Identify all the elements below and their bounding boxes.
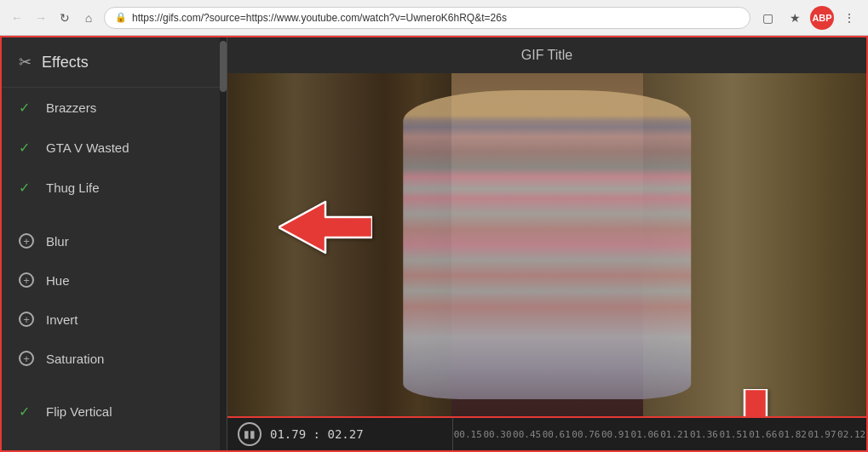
browser-chrome: ← → ↻ ⌂ 🔒 https://gifs.com/?source=https… xyxy=(0,0,868,36)
home-button[interactable]: ⌂ xyxy=(78,8,99,28)
plus-icon-hue: + xyxy=(19,272,34,288)
person-body xyxy=(403,90,691,399)
down-arrow-svg xyxy=(726,389,785,416)
flip-vertical-label: Flip Vertical xyxy=(46,404,112,419)
timeline-tick[interactable]: 01.51 xyxy=(719,429,749,440)
check-icon-gta: ✓ xyxy=(19,140,34,156)
check-icon-thug: ✓ xyxy=(19,180,34,196)
timeline-tick[interactable]: 01.97 xyxy=(808,429,837,440)
lock-icon: 🔒 xyxy=(115,12,127,23)
thug-life-label: Thug Life xyxy=(46,180,100,195)
section-divider-3 xyxy=(2,432,227,445)
timeline-ticks[interactable]: 00.1500.3000.4500.6100.7600.9101.0601.21… xyxy=(453,418,866,450)
timeline-tick[interactable]: 01.66 xyxy=(748,429,778,440)
scrollbar-thumb[interactable] xyxy=(220,41,227,92)
timeline-tick[interactable]: 01.06 xyxy=(630,429,660,440)
browser-actions: ▢ ★ ABP ⋮ xyxy=(756,6,861,30)
main-content: ✂ Effects ✓ Brazzers ✓ GTA V Wasted ✓ Th… xyxy=(0,36,868,452)
svg-marker-1 xyxy=(730,389,781,416)
timeline-tick[interactable]: 00.91 xyxy=(601,429,630,440)
sidebar-item-hue[interactable]: + Hue xyxy=(2,260,227,300)
time-separator: : xyxy=(313,427,328,441)
left-arrow-svg xyxy=(279,193,372,261)
scrollbar-track[interactable] xyxy=(220,37,227,450)
timeline-tick[interactable]: 01.21 xyxy=(659,429,689,440)
plus-circle-saturation: + xyxy=(19,351,34,366)
gif-title: GIF Title xyxy=(521,48,572,63)
gif-title-bar: GIF Title xyxy=(227,37,866,73)
blur-label: Blur xyxy=(46,234,69,249)
timeline-tick[interactable]: 00.61 xyxy=(542,429,572,440)
timeline-tick[interactable]: 01.82 xyxy=(778,429,808,440)
current-time: 01.79 : 02.27 xyxy=(270,427,364,441)
adblock-button[interactable]: ABP xyxy=(810,6,834,30)
cast-button[interactable]: ▢ xyxy=(756,6,779,30)
sidebar-item-gta-v-wasted[interactable]: ✓ GTA V Wasted xyxy=(2,128,227,168)
plus-icon-invert: + xyxy=(19,312,34,327)
timeline-tick[interactable]: 00.30 xyxy=(483,429,513,440)
effects-title: Effects xyxy=(42,54,89,72)
time-total: 02.27 xyxy=(327,427,363,441)
person-silhouette xyxy=(403,90,691,399)
check-icon-flip: ✓ xyxy=(19,403,34,420)
url-text: https://gifs.com/?source=https://www.you… xyxy=(132,12,507,24)
plus-circle-blur: + xyxy=(19,233,34,249)
timeline-tick[interactable]: 00.45 xyxy=(512,429,542,440)
bookmark-button[interactable]: ★ xyxy=(783,6,807,30)
gta-label: GTA V Wasted xyxy=(46,140,129,155)
reload-button[interactable]: ↻ xyxy=(55,8,75,28)
playback-section: ▮▮ 01.79 : 02.27 xyxy=(227,418,453,450)
plus-icon-saturation: + xyxy=(19,351,34,366)
brazzers-label: Brazzers xyxy=(46,100,96,115)
sidebar-item-saturation[interactable]: + Saturation xyxy=(2,339,227,378)
sidebar-scroll[interactable]: ✂ Effects ✓ Brazzers ✓ GTA V Wasted ✓ Th… xyxy=(2,37,227,450)
nav-buttons: ← → ↻ ⌂ xyxy=(7,8,99,28)
plus-circle-invert: + xyxy=(19,312,34,327)
menu-button[interactable]: ⋮ xyxy=(837,6,861,30)
effects-header: ✂ Effects xyxy=(2,37,227,88)
sidebar-item-thug-life[interactable]: ✓ Thug Life xyxy=(2,168,227,208)
gif-area: GIF Title xyxy=(227,37,866,450)
plus-circle-hue: + xyxy=(19,272,34,288)
saturation-label: Saturation xyxy=(46,352,104,366)
svg-marker-0 xyxy=(279,202,372,253)
plus-icon-blur: + xyxy=(19,233,34,249)
check-icon-brazzers: ✓ xyxy=(19,100,34,116)
hue-label: Hue xyxy=(46,273,70,288)
timeline-tick[interactable]: 00.15 xyxy=(453,429,483,440)
sidebar: ✂ Effects ✓ Brazzers ✓ GTA V Wasted ✓ Th… xyxy=(2,37,227,450)
address-bar[interactable]: 🔒 https://gifs.com/?source=https://www.y… xyxy=(104,7,750,29)
sidebar-item-invert[interactable]: + Invert xyxy=(2,300,227,339)
sidebar-item-brazzers[interactable]: ✓ Brazzers xyxy=(2,88,227,128)
sidebar-item-flip-vertical[interactable]: ✓ Flip Vertical xyxy=(2,392,227,432)
invert-label: Invert xyxy=(46,312,78,327)
time-current: 01.79 xyxy=(270,427,306,441)
pause-button[interactable]: ▮▮ xyxy=(238,422,262,446)
forward-button[interactable]: → xyxy=(31,8,51,28)
section-divider-1 xyxy=(2,208,227,221)
timeline-tick[interactable]: 01.36 xyxy=(689,429,719,440)
section-divider-2 xyxy=(2,378,227,392)
timeline-bar: ▮▮ 01.79 : 02.27 00.1500.3000.4500.6100.… xyxy=(227,416,866,450)
sidebar-item-blur[interactable]: + Blur xyxy=(2,221,227,260)
back-button[interactable]: ← xyxy=(7,8,27,28)
timeline-tick[interactable]: 00.76 xyxy=(572,429,601,440)
gif-viewport xyxy=(227,73,866,416)
scissors-icon: ✂ xyxy=(19,53,32,72)
timeline-tick[interactable]: 02.12 xyxy=(836,429,866,440)
